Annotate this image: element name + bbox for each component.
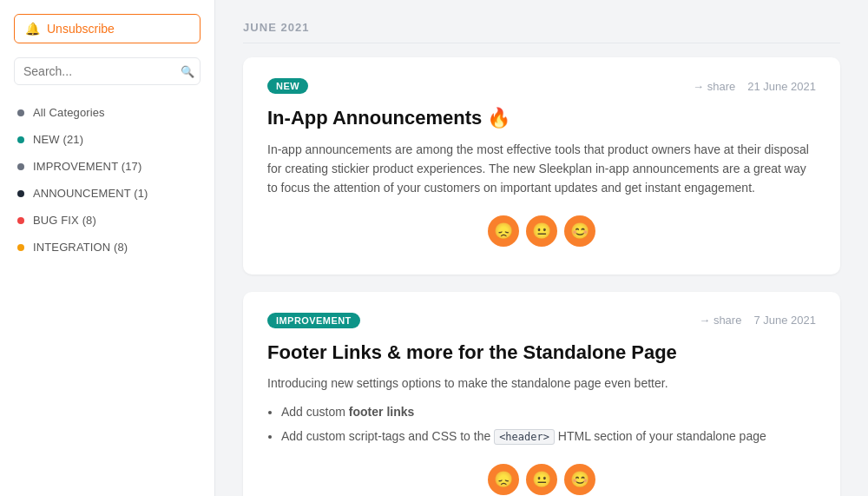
nav-item-label: NEW (21) [33,133,83,146]
list-item: Add custom footer links [281,402,816,421]
category-dot [17,109,24,116]
category-dot [17,244,24,251]
category-dot [17,217,24,224]
card-meta: → share7 June 2021 [699,314,816,327]
post-title: Footer Links & more for the Standalone P… [267,341,816,366]
nav-item-label: All Categories [33,106,105,119]
post-badge: IMPROVEMENT [267,313,360,328]
nav-item[interactable]: INTEGRATION (8) [0,234,214,261]
nav-item-label: INTEGRATION (8) [33,241,128,254]
reaction-row: 😞😐😊 [267,464,816,495]
nav-item[interactable]: All Categories [0,99,214,126]
post-card: IMPROVEMENT→ share7 June 2021Footer Link… [243,292,840,496]
search-input[interactable] [23,64,175,78]
card-meta: → share21 June 2021 [693,80,816,93]
nav-list: All CategoriesNEW (21)IMPROVEMENT (17)AN… [0,99,214,274]
search-box: 🔍 [14,57,201,85]
post-card: NEW→ share21 June 2021In-App Announcemen… [243,57,840,274]
post-date: 21 June 2021 [747,80,816,93]
category-dot [17,136,24,143]
card-header: IMPROVEMENT→ share7 June 2021 [267,313,816,328]
reaction-button[interactable]: 😊 [564,215,595,247]
post-body: Introducing new settings options to make… [267,374,816,446]
month-header: JUNE 2021 [243,21,840,43]
share-button[interactable]: → share [699,314,741,327]
sidebar: 🔔 Unsubscribe 🔍 All CategoriesNEW (21)IM… [0,0,215,496]
nav-item[interactable]: ANNOUNCEMENT (1) [0,180,214,207]
post-badge: NEW [267,78,308,94]
reaction-button[interactable]: 😐 [526,215,557,247]
nav-item-label: BUG FIX (8) [33,214,96,227]
category-dot [17,190,24,197]
main-content: JUNE 2021 NEW→ share21 June 2021In-App A… [215,0,868,496]
inline-code: <header> [494,429,555,445]
search-icon: 🔍 [181,65,194,78]
nav-item-label: ANNOUNCEMENT (1) [33,187,148,200]
reaction-button[interactable]: 😐 [526,464,557,495]
nav-item[interactable]: IMPROVEMENT (17) [0,153,214,180]
list-item: Add custom script-tags and CSS to the <h… [281,427,816,446]
category-dot [17,163,24,170]
card-header: NEW→ share21 June 2021 [267,78,816,94]
nav-item[interactable]: BUG FIX (8) [0,207,214,234]
reaction-row: 😞😐😊 [267,215,816,247]
nav-item-label: IMPROVEMENT (17) [33,160,141,173]
post-date: 7 June 2021 [753,314,816,327]
reaction-button[interactable]: 😊 [564,464,595,495]
reaction-button[interactable]: 😞 [488,215,519,247]
nav-item[interactable]: NEW (21) [0,126,214,153]
bell-icon: 🔔 [25,22,40,36]
reaction-button[interactable]: 😞 [488,464,519,495]
unsubscribe-button[interactable]: 🔔 Unsubscribe [14,14,201,43]
post-title: In-App Announcements 🔥 [267,106,816,131]
post-list: Add custom footer linksAdd custom script… [281,402,816,446]
share-button[interactable]: → share [693,80,735,93]
post-body: In-app announcements are among the most … [267,140,816,198]
